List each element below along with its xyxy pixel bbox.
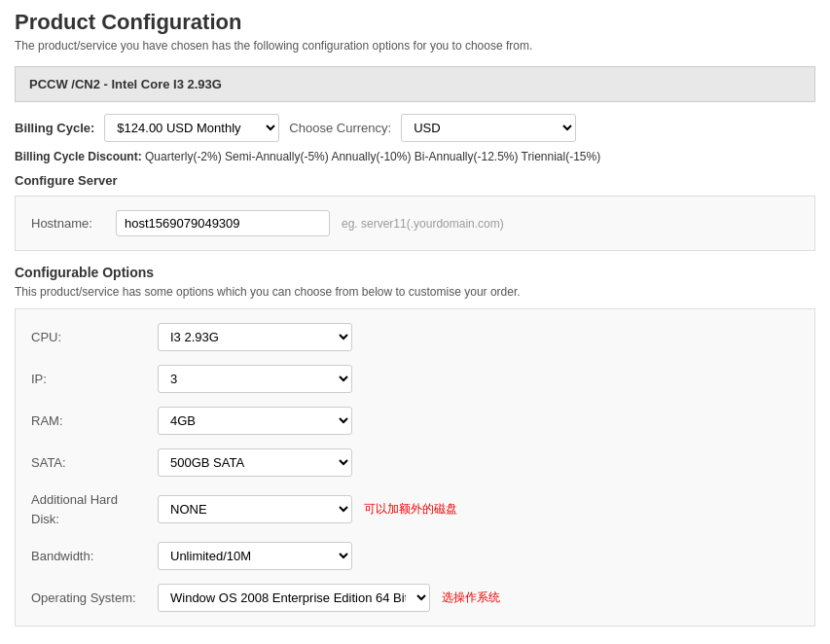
billing-discount-text: Quarterly(-2%) Semi-Annually(-5%) Annual… bbox=[145, 150, 600, 163]
option-label-os: Operating System: bbox=[31, 590, 158, 605]
option-label-sata: SATA: bbox=[31, 455, 158, 470]
option-label-ip: IP: bbox=[31, 372, 158, 386]
option-label-additional-disk: Additional HardDisk: bbox=[31, 490, 158, 528]
option-select-ip[interactable]: 3 bbox=[158, 365, 352, 393]
page-subtitle: The product/service you have chosen has … bbox=[15, 39, 815, 53]
option-row-additional-disk: Additional HardDisk: NONE 可以加额外的磁盘 bbox=[31, 490, 799, 528]
configurable-options-box: CPU: I3 2.93G IP: 3 RAM: 4GB SATA: 500GB… bbox=[15, 308, 815, 626]
hostname-row: Hostname: eg. server11(.yourdomain.com) bbox=[31, 210, 799, 236]
option-select-bandwidth[interactable]: Unlimited/10M bbox=[158, 542, 352, 570]
option-note-additional-disk: 可以加额外的磁盘 bbox=[364, 501, 457, 518]
option-row-ram: RAM: 4GB bbox=[31, 407, 799, 435]
option-select-sata[interactable]: 500GB SATA bbox=[158, 448, 352, 477]
product-header-label: PCCW /CN2 - Intel Core I3 2.93G bbox=[29, 77, 222, 91]
page-title: Product Configuration bbox=[15, 10, 815, 35]
option-select-additional-disk[interactable]: NONE bbox=[158, 495, 352, 523]
option-row-os: Operating System: Window OS 2008 Enterpr… bbox=[31, 584, 799, 612]
option-label-bandwidth: Bandwidth: bbox=[31, 549, 158, 563]
configure-server-title: Configure Server bbox=[15, 173, 815, 188]
product-header: PCCW /CN2 - Intel Core I3 2.93G bbox=[15, 66, 815, 102]
option-select-cpu[interactable]: I3 2.93G bbox=[158, 323, 352, 351]
option-label-ram: RAM: bbox=[31, 413, 158, 428]
hostname-input[interactable] bbox=[116, 210, 330, 236]
option-row-bandwidth: Bandwidth: Unlimited/10M bbox=[31, 542, 799, 570]
option-row-sata: SATA: 500GB SATA bbox=[31, 448, 799, 477]
option-note-os: 选操作系统 bbox=[442, 590, 500, 606]
option-label-cpu: CPU: bbox=[31, 330, 158, 344]
configurable-options-title: Configurable Options bbox=[15, 265, 815, 280]
option-row-ip: IP: 3 bbox=[31, 365, 799, 393]
billing-cycle-label: Billing Cycle: bbox=[15, 121, 94, 135]
billing-discount-label: Billing Cycle Discount: bbox=[15, 150, 142, 163]
configure-server-box: Hostname: eg. server11(.yourdomain.com) bbox=[15, 196, 815, 251]
billing-discount: Billing Cycle Discount: Quarterly(-2%) S… bbox=[15, 150, 815, 163]
hostname-label: Hostname: bbox=[31, 216, 104, 231]
configurable-options-desc: This product/service has some options wh… bbox=[15, 285, 815, 299]
hostname-hint: eg. server11(.yourdomain.com) bbox=[342, 217, 504, 231]
currency-select[interactable]: USD bbox=[401, 114, 576, 142]
option-select-ram[interactable]: 4GB bbox=[158, 407, 352, 435]
billing-cycle-select[interactable]: $124.00 USD Monthly bbox=[104, 114, 279, 142]
option-row-cpu: CPU: I3 2.93G bbox=[31, 323, 799, 351]
billing-cycle-row: Billing Cycle: $124.00 USD Monthly Choos… bbox=[15, 114, 815, 142]
option-select-os[interactable]: Window OS 2008 Enterprise Edition 64 Bit… bbox=[158, 584, 430, 612]
currency-label: Choose Currency: bbox=[289, 121, 391, 135]
